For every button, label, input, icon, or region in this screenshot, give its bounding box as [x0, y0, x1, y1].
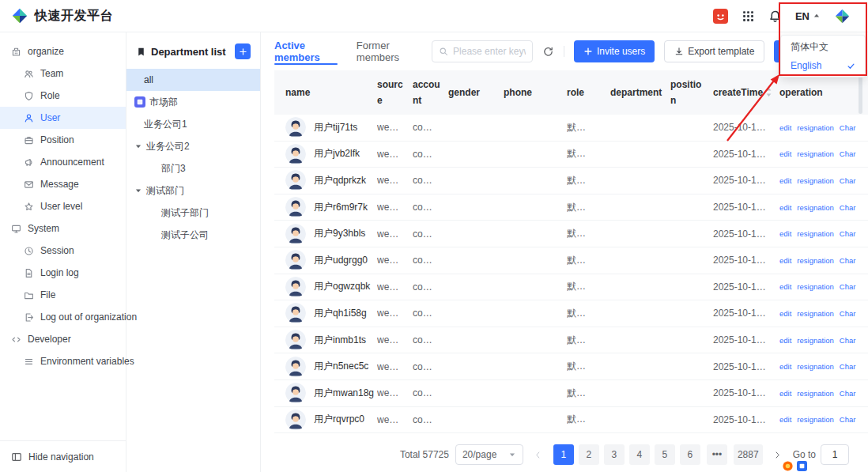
resignation-link[interactable]: resignation	[797, 309, 833, 318]
change-department-link[interactable]: Char	[840, 415, 856, 424]
refresh-icon[interactable]	[542, 46, 554, 58]
export-template-button[interactable]: Export template	[664, 40, 764, 62]
department-item-测试子部门[interactable]: 测试子部门	[126, 202, 260, 224]
change-department-link[interactable]: Char	[840, 203, 856, 212]
hide-navigation-button[interactable]: Hide navigation	[0, 440, 126, 472]
sidebar-item-role[interactable]: Role	[0, 85, 126, 107]
total-count: Total 57725	[400, 449, 449, 460]
edit-link[interactable]: edit	[779, 176, 791, 185]
language-label: EN	[795, 10, 810, 22]
prev-page-button[interactable]	[530, 444, 547, 465]
resignation-link[interactable]: resignation	[797, 123, 833, 132]
page-size-select[interactable]: 20/page	[455, 444, 523, 465]
page-button-3[interactable]: 3	[604, 444, 625, 465]
sidebar-item-announcement[interactable]: Announcement	[0, 151, 126, 173]
tray-app-icon[interactable]	[797, 461, 807, 471]
cell-name: 用户rqvrpc0	[274, 410, 377, 430]
edit-link[interactable]: edit	[779, 389, 791, 398]
resignation-link[interactable]: resignation	[797, 336, 833, 345]
cell-source: we…	[377, 228, 413, 240]
cell-operation: editresignationChar	[779, 282, 868, 291]
resignation-link[interactable]: resignation	[797, 415, 833, 424]
page-button-6[interactable]: 6	[680, 444, 700, 465]
table-row: 用户ogwzqbkwe…co…默…2025-10-1…editresignati…	[274, 274, 868, 301]
sidebar-item-file[interactable]: File	[0, 284, 126, 306]
sidebar-item-position[interactable]: Position	[0, 129, 126, 151]
column-label: role	[567, 87, 584, 98]
language-dropdown: 简体中文English	[780, 35, 866, 77]
edit-link[interactable]: edit	[779, 309, 791, 318]
edit-link[interactable]: edit	[779, 123, 791, 132]
department-item-测试部门[interactable]: 测试部门	[126, 179, 260, 202]
edit-link[interactable]: edit	[779, 256, 791, 265]
resignation-link[interactable]: resignation	[797, 149, 833, 158]
last-page-button[interactable]: 2887	[734, 444, 763, 465]
edit-link[interactable]: edit	[779, 203, 791, 212]
department-item-市场部[interactable]: 市场部	[126, 91, 260, 113]
page-button-1[interactable]: 1	[553, 444, 574, 465]
page-button-4[interactable]: 4	[629, 444, 650, 465]
goto-page-input[interactable]	[821, 444, 849, 465]
change-department-link[interactable]: Char	[840, 123, 856, 132]
change-department-link[interactable]: Char	[840, 229, 856, 238]
sidebar-item-user-level[interactable]: User level	[0, 195, 126, 217]
tab-former-members[interactable]: Former members	[357, 32, 419, 70]
cell-source: we…	[377, 149, 413, 160]
sidebar-item-environment-variables[interactable]: Environment variables	[0, 350, 126, 372]
department-item-all[interactable]: all	[126, 69, 260, 91]
sidebar-item-system[interactable]: System	[0, 217, 126, 240]
change-department-link[interactable]: Char	[840, 309, 856, 318]
resignation-link[interactable]: resignation	[797, 229, 833, 238]
resignation-link[interactable]: resignation	[797, 389, 833, 398]
sidebar-item-developer[interactable]: Developer	[0, 328, 126, 350]
change-department-link[interactable]: Char	[840, 389, 856, 398]
language-option-label: English	[791, 60, 821, 71]
department-item-业务公司2[interactable]: 业务公司2	[126, 135, 260, 157]
tab-active-members[interactable]: Active members	[274, 32, 338, 70]
change-department-link[interactable]: Char	[840, 256, 856, 265]
edit-link[interactable]: edit	[779, 362, 791, 371]
language-option-english[interactable]: English	[781, 56, 865, 75]
notification-bell-icon[interactable]	[768, 9, 782, 23]
invite-users-button[interactable]: Invite users	[574, 40, 655, 62]
department-item-业务公司1[interactable]: 业务公司1	[126, 113, 260, 135]
page-button-2[interactable]: 2	[579, 444, 599, 465]
apps-grid-icon[interactable]	[742, 9, 755, 23]
change-department-link[interactable]: Char	[840, 336, 856, 345]
language-option-简体中文[interactable]: 简体中文	[781, 37, 865, 56]
table-scrollbar[interactable]	[859, 73, 862, 114]
change-department-link[interactable]: Char	[840, 176, 856, 185]
sidebar-item-login-log[interactable]: Login log	[0, 262, 126, 284]
add-department-button[interactable]	[235, 43, 251, 59]
sidebar-item-team[interactable]: Team	[0, 62, 126, 85]
resignation-link[interactable]: resignation	[797, 256, 833, 265]
department-item-部门3[interactable]: 部门3	[126, 157, 260, 179]
resignation-link[interactable]: resignation	[797, 282, 833, 291]
column-header-createTime[interactable]: createTime	[713, 85, 779, 100]
tray-browser-icon[interactable]	[783, 461, 793, 471]
more-pages-button[interactable]: •••	[707, 444, 727, 465]
department-item-测试子公司[interactable]: 测试子公司	[126, 224, 260, 246]
edit-link[interactable]: edit	[779, 149, 791, 158]
sidebar-item-organize[interactable]: organize	[0, 40, 126, 62]
sidebar-item-log-out-of-organization[interactable]: Log out of organization	[0, 306, 126, 328]
edit-link[interactable]: edit	[779, 415, 791, 424]
edit-link[interactable]: edit	[779, 229, 791, 238]
change-department-link[interactable]: Char	[840, 362, 856, 371]
edit-link[interactable]: edit	[779, 336, 791, 345]
sidebar-item-message[interactable]: Message	[0, 173, 126, 195]
change-department-link[interactable]: Char	[840, 149, 856, 158]
resignation-link[interactable]: resignation	[797, 176, 833, 185]
sidebar-item-user[interactable]: User	[0, 107, 126, 129]
resignation-link[interactable]: resignation	[797, 203, 833, 212]
resignation-link[interactable]: resignation	[797, 362, 833, 371]
change-department-link[interactable]: Char	[840, 282, 856, 291]
sidebar-item-label: Login log	[40, 267, 79, 278]
user-avatar-icon[interactable]	[713, 9, 728, 24]
search-input[interactable]	[453, 46, 526, 57]
sidebar-item-session[interactable]: Session	[0, 240, 126, 262]
edit-link[interactable]: edit	[779, 282, 791, 291]
chevron-down-icon	[508, 451, 516, 459]
page-button-5[interactable]: 5	[655, 444, 675, 465]
language-switcher[interactable]: EN	[795, 10, 821, 22]
